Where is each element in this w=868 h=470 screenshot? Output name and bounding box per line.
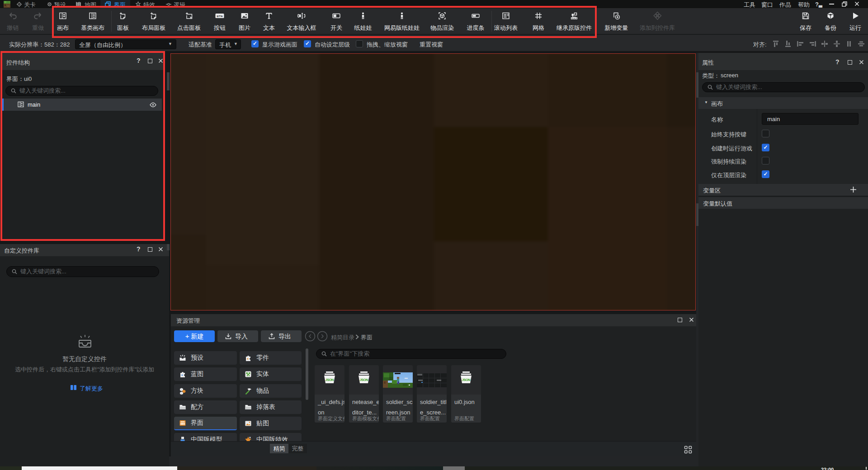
- svg-text:JSON: JSON: [326, 378, 334, 382]
- svg-text:JSON: JSON: [462, 378, 471, 382]
- svg-text:JSON: JSON: [360, 378, 368, 382]
